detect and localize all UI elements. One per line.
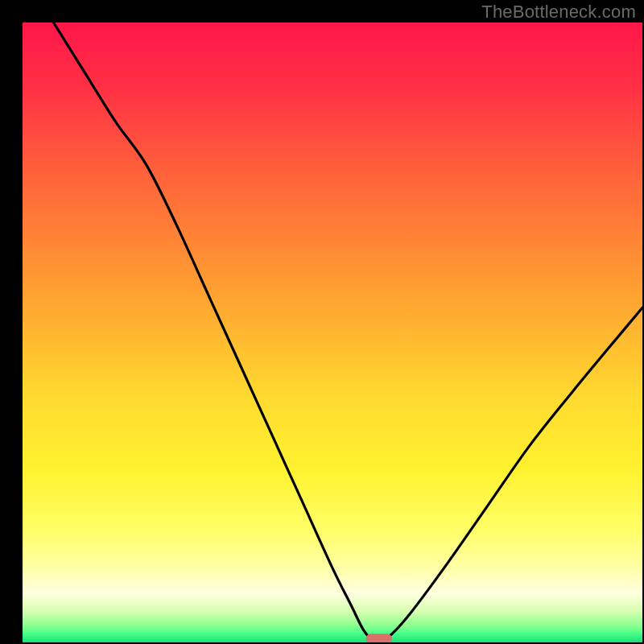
watermark-text: TheBottleneck.com [481, 2, 636, 23]
optimum-marker [366, 634, 392, 642]
chart-frame: TheBottleneck.com [0, 0, 644, 644]
bottleneck-chart [23, 23, 642, 642]
plot-area [23, 23, 642, 642]
gradient-background [23, 23, 642, 642]
